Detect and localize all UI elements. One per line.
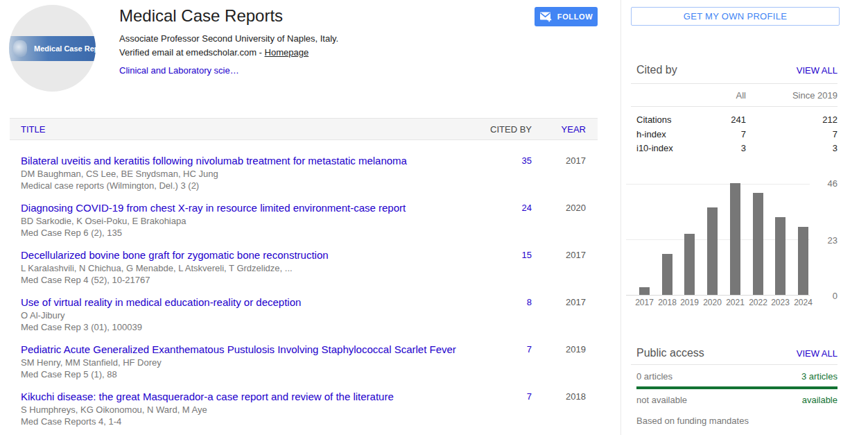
cited-by-rule-2 — [631, 106, 837, 107]
available-count-link[interactable]: 3 articles — [801, 371, 837, 382]
stat-since-value[interactable]: 3 — [746, 142, 837, 156]
avatar-banner: Medical Case Reports — [9, 36, 96, 61]
public-access-section: Public access VIEW ALL 0 articles 3 arti… — [631, 346, 837, 426]
article-year: 2017 — [532, 154, 586, 168]
homepage-link[interactable]: Homepage — [265, 47, 309, 58]
article-venue: Medical case reports (Wilmington, Del.) … — [21, 180, 462, 191]
public-access-title[interactable]: Public access — [636, 347, 704, 359]
cited-by-title[interactable]: Cited by — [636, 64, 677, 76]
article-row: Pediatric Acute Generalized Exanthematou… — [21, 343, 586, 380]
profile-avatar[interactable]: Medical Case Reports — [9, 5, 96, 92]
profile-verified-email: Verified email at emedscholar.com - Home… — [119, 46, 338, 60]
article-main: Use of virtual reality in medical educat… — [21, 296, 469, 333]
avatar-banner-figure — [13, 40, 27, 57]
x-tick-label: 2018 — [655, 298, 679, 307]
col-all-label: All — [697, 90, 746, 101]
bar-group — [662, 183, 672, 295]
envelope-plus-icon — [539, 11, 553, 23]
citation-stat-row: h-index77 — [636, 128, 837, 142]
citation-bar-2022[interactable] — [753, 193, 763, 295]
article-title-link[interactable]: Decellularized bovine bone graft for zyg… — [21, 248, 329, 262]
article-title-link[interactable]: Bilateral uveitis and keratitis followin… — [21, 154, 407, 168]
x-tick-label: 2017 — [632, 298, 657, 307]
cited-by-view-all-link[interactable]: VIEW ALL — [797, 65, 837, 76]
stat-all-value[interactable]: 7 — [697, 128, 746, 142]
public-access-progress-bar — [636, 386, 837, 389]
cited-by-count-link[interactable]: 35 — [469, 154, 532, 168]
citation-bar-2023[interactable] — [775, 217, 785, 295]
article-main: Pediatric Acute Generalized Exanthematou… — [21, 343, 469, 380]
stat-since-value[interactable]: 7 — [746, 128, 837, 142]
interest-link[interactable]: Clinical and Laboratory scie… — [119, 65, 239, 76]
article-venue: Med Case Rep 3 (01), 100039 — [21, 321, 462, 333]
citation-bar-2019[interactable] — [684, 234, 695, 295]
article-year: 2019 — [532, 343, 586, 357]
stat-all-value[interactable]: 3 — [697, 142, 746, 156]
article-authors: DM Baughman, CS Lee, BE Snydsman, HC Jun… — [21, 168, 462, 180]
funding-mandates-note: Based on funding mandates — [631, 416, 837, 426]
y-tick-label: 46 — [819, 178, 837, 189]
get-my-own-profile-button[interactable]: GET MY OWN PROFILE — [631, 7, 840, 26]
article-main: Kikuchi disease: the great Masquerador-a… — [21, 390, 469, 427]
x-tick-label: 2024 — [791, 298, 815, 307]
cited-by-count-link[interactable]: 7 — [469, 390, 532, 404]
x-tick-label: 2021 — [723, 298, 747, 307]
bar-group — [684, 183, 695, 295]
article-venue: Med Case Rep 6 (2), 135 — [21, 227, 462, 239]
citation-bar-2017[interactable] — [639, 287, 650, 295]
profile-info: Medical Case Reports Associate Professor… — [119, 6, 338, 78]
article-main: Decellularized bovine bone graft for zyg… — [21, 248, 469, 286]
stat-label: Citations — [636, 113, 697, 128]
article-row: Kikuchi disease: the great Masquerador-a… — [21, 390, 586, 427]
article-main: Diagnosing COVID-19 from chest X-ray in … — [21, 201, 469, 239]
stat-label: i10-index — [636, 142, 697, 156]
article-year: 2018 — [532, 390, 586, 404]
articles-header-row: TITLE CITED BY YEAR — [10, 118, 598, 140]
article-title-link[interactable]: Pediatric Acute Generalized Exanthematou… — [21, 343, 456, 357]
follow-label: FOLLOW — [557, 12, 593, 21]
citation-bar-2020[interactable] — [707, 207, 718, 295]
cited-by-column-headers: All Since 2019 — [631, 90, 837, 101]
citation-stats: Citations241212h-index77i10-index33 — [631, 113, 837, 156]
profile-interests: Clinical and Laboratory scie… — [119, 64, 338, 78]
sort-by-cited-label[interactable]: CITED BY — [469, 124, 532, 135]
x-tick-label: 2020 — [700, 298, 724, 307]
citation-bar-2018[interactable] — [662, 254, 672, 295]
article-title-link[interactable]: Diagnosing COVID-19 from chest X-ray in … — [21, 201, 406, 215]
stat-label: h-index — [636, 128, 697, 142]
stat-all-value[interactable]: 241 — [697, 113, 746, 128]
x-tick-label: 2023 — [768, 298, 792, 307]
cited-by-count-link[interactable]: 7 — [469, 343, 532, 357]
article-venue: Med Case Reports 4, 1-4 — [21, 416, 462, 427]
y-tick-label: 0 — [819, 291, 837, 301]
avatar-banner-text: Medical Case Reports — [34, 44, 96, 53]
citation-bar-2024[interactable] — [798, 227, 808, 295]
article-row: Decellularized bovine bone graft for zyg… — [21, 248, 586, 286]
col-since-label: Since 2019 — [746, 90, 837, 101]
x-tick-label: 2019 — [677, 298, 702, 307]
stat-since-value[interactable]: 212 — [746, 113, 837, 128]
article-authors: BD Sarkodie, K Osei-Poku, E Brakohiapa — [21, 215, 462, 227]
bar-group — [639, 183, 650, 295]
available-label: available — [802, 395, 837, 405]
profile-name: Medical Case Reports — [119, 6, 338, 26]
follow-button[interactable]: FOLLOW — [535, 7, 598, 26]
article-title-link[interactable]: Use of virtual reality in medical educat… — [21, 296, 301, 309]
sort-by-title-link[interactable]: TITLE — [21, 124, 469, 135]
citation-stat-row: Citations241212 — [636, 113, 837, 128]
bar-group — [753, 183, 763, 295]
article-list: Bilateral uveitis and keratitis followin… — [10, 140, 598, 427]
article-year: 2017 — [532, 296, 586, 309]
article-title-link[interactable]: Kikuchi disease: the great Masquerador-a… — [21, 390, 394, 404]
citations-per-year-chart: 20172018201920202021202220232024 — [626, 184, 810, 296]
sort-by-year-link[interactable]: YEAR — [532, 124, 586, 135]
article-venue: Med Case Rep 5 (1), 88 — [21, 368, 462, 380]
not-available-label: not available — [636, 395, 687, 405]
bar-group — [775, 183, 785, 295]
public-access-view-all-link[interactable]: VIEW ALL — [797, 348, 837, 359]
cited-by-count-link[interactable]: 8 — [469, 296, 532, 309]
cited-by-count-link[interactable]: 24 — [469, 201, 532, 215]
cited-by-rule — [631, 83, 837, 84]
citation-bar-2021[interactable] — [730, 183, 740, 295]
cited-by-count-link[interactable]: 15 — [469, 248, 532, 262]
